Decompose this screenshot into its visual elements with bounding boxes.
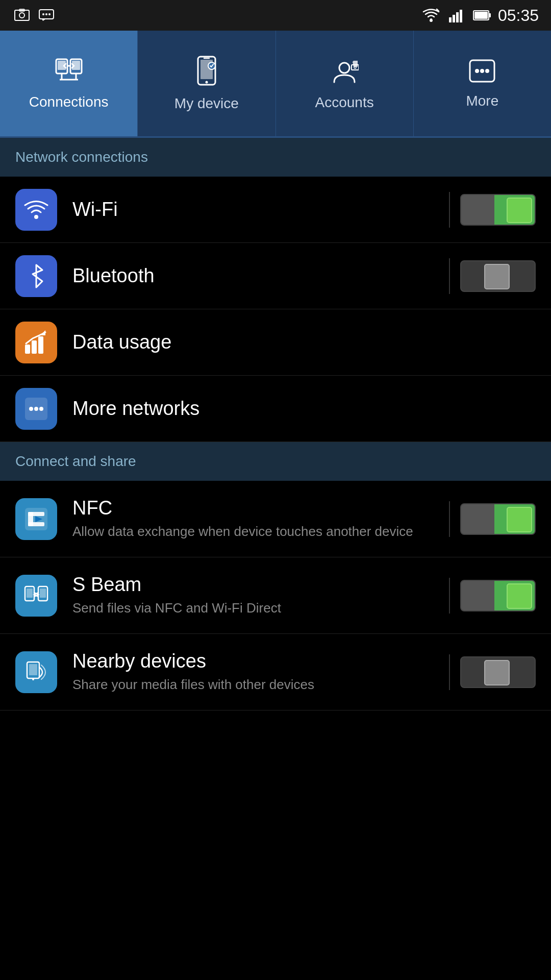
nearby-toggle-container	[449, 654, 536, 690]
wifi-text: Wi-Fi	[72, 199, 439, 220]
svg-point-31	[475, 69, 479, 73]
connections-label: Connections	[29, 94, 109, 110]
clock: 05:35	[498, 6, 539, 25]
sbeam-divider	[449, 578, 450, 614]
wifi-toggle-container	[449, 192, 536, 228]
nfc-row-icon	[15, 498, 57, 540]
data-usage-title: Data usage	[72, 331, 536, 353]
data-usage-row[interactable]: Data usage	[0, 309, 551, 376]
more-networks-row[interactable]: More networks	[0, 376, 551, 442]
battery-icon	[472, 6, 492, 25]
svg-point-32	[480, 69, 484, 73]
more-icon	[468, 58, 496, 88]
more-networks-title: More networks	[72, 398, 536, 420]
nfc-toggle[interactable]	[460, 503, 536, 535]
connect-share-header: Connect and share	[0, 442, 551, 481]
nearby-row[interactable]: Nearby devices Share your media files wi…	[0, 634, 551, 710]
svg-rect-46	[28, 522, 44, 526]
svg-marker-38	[40, 330, 45, 335]
svg-point-7	[430, 19, 433, 22]
svg-point-4	[42, 13, 44, 15]
bluetooth-title: Bluetooth	[72, 265, 439, 287]
nearby-text: Nearby devices Share your media files wi…	[72, 650, 439, 694]
nfc-subtitle: Allow data exchange when device touches …	[72, 522, 439, 541]
tab-more[interactable]: More	[414, 31, 551, 136]
sbeam-toggle[interactable]	[460, 580, 536, 611]
svg-point-53	[32, 678, 34, 680]
more-label: More	[466, 93, 498, 109]
svg-point-24	[205, 81, 208, 83]
tab-connections[interactable]: Connections	[0, 31, 138, 136]
bluetooth-toggle-container	[449, 258, 536, 294]
svg-point-27	[339, 63, 349, 73]
sbeam-toggle-container	[449, 578, 536, 614]
wifi-row[interactable]: Wi-Fi	[0, 177, 551, 243]
svg-point-40	[29, 407, 33, 411]
sbeam-text: S Beam Send files via NFC and Wi-Fi Dire…	[72, 574, 439, 617]
accounts-label: Accounts	[315, 94, 374, 111]
nearby-title: Nearby devices	[72, 650, 439, 672]
nfc-toggle-container	[449, 501, 536, 537]
svg-rect-52	[29, 664, 37, 675]
bluetooth-toggle[interactable]	[460, 260, 536, 292]
svg-point-42	[39, 407, 43, 411]
wifi-divider	[449, 192, 450, 228]
nfc-text: NFC Allow data exchange when device touc…	[72, 497, 439, 541]
nfc-toggle-knob	[507, 507, 532, 532]
status-bar: 05:35	[0, 0, 551, 31]
svg-point-1	[19, 13, 24, 18]
accounts-icon	[330, 57, 359, 89]
sbeam-toggle-knob	[507, 583, 532, 609]
connections-icon	[54, 57, 84, 89]
svg-rect-11	[460, 10, 462, 22]
bluetooth-row[interactable]: Bluetooth	[0, 243, 551, 309]
svg-point-5	[45, 13, 47, 15]
svg-rect-37	[38, 336, 43, 354]
tab-my-device[interactable]: My device	[138, 31, 276, 136]
nfc-row[interactable]: NFC Allow data exchange when device touc…	[0, 481, 551, 557]
svg-point-6	[48, 13, 51, 15]
tab-accounts[interactable]: Accounts	[276, 31, 414, 136]
nearby-row-icon	[15, 651, 57, 693]
more-networks-row-icon	[15, 388, 57, 430]
signal-icon	[447, 6, 466, 25]
bluetooth-text: Bluetooth	[72, 265, 439, 287]
wifi-toggle[interactable]	[460, 194, 536, 226]
svg-rect-48	[27, 589, 33, 598]
sbeam-title: S Beam	[72, 574, 439, 596]
svg-point-41	[34, 407, 38, 411]
nearby-divider	[449, 654, 450, 690]
network-connections-header: Network connections	[0, 138, 551, 177]
bluetooth-divider	[449, 258, 450, 294]
wifi-title: Wi-Fi	[72, 199, 439, 220]
svg-rect-14	[474, 12, 488, 19]
svg-point-29	[354, 66, 356, 68]
svg-rect-45	[28, 512, 44, 516]
svg-rect-13	[489, 13, 491, 17]
sbeam-subtitle: Send files via NFC and Wi-Fi Direct	[72, 599, 439, 617]
sbeam-row[interactable]: S Beam Send files via NFC and Wi-Fi Dire…	[0, 557, 551, 634]
wifi-toggle-knob	[507, 198, 532, 223]
wifi-row-icon	[15, 189, 57, 231]
image-icon	[12, 6, 32, 25]
svg-point-33	[485, 69, 489, 73]
nearby-toggle[interactable]	[460, 656, 536, 688]
bluetooth-row-icon	[15, 255, 57, 297]
my-device-icon	[194, 56, 219, 90]
svg-rect-35	[25, 345, 30, 354]
sbeam-row-icon	[15, 575, 57, 617]
svg-rect-50	[40, 589, 46, 598]
nfc-title: NFC	[72, 497, 439, 519]
svg-rect-8	[449, 17, 452, 22]
svg-rect-36	[32, 340, 37, 354]
svg-rect-0	[15, 10, 29, 20]
data-usage-row-icon	[15, 322, 57, 363]
nearby-toggle-knob	[484, 660, 510, 685]
message-icon	[37, 6, 56, 25]
tab-bar: Connections My device Accou	[0, 31, 551, 138]
nfc-divider	[449, 501, 450, 537]
wifi-status-icon	[421, 6, 441, 25]
svg-rect-9	[453, 15, 455, 22]
more-networks-text: More networks	[72, 398, 536, 420]
svg-rect-10	[456, 12, 459, 22]
